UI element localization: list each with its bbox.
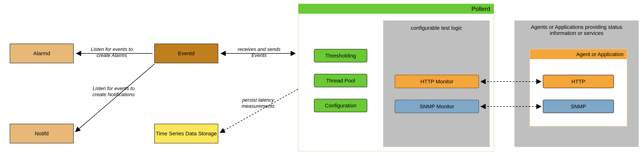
- snmp-monitor-box: SNMP Monitor: [395, 100, 479, 113]
- persist-edge-label: persist latency measurements: [232, 97, 284, 109]
- alarmd-box: Alarmd: [10, 44, 74, 63]
- snmp-label: SNMP: [571, 103, 586, 110]
- configuration-label: Configuration: [325, 102, 356, 109]
- http-box: HTTP: [543, 75, 614, 88]
- pollerd-title: Pollerd: [472, 5, 490, 12]
- alarmd-label: Alarmd: [33, 50, 50, 57]
- edge-pollerd-tsds: [220, 89, 298, 133]
- http-label: HTTP: [572, 78, 585, 85]
- threadpool-label: Thread Pool: [326, 77, 355, 84]
- notifd-box: Notifd: [10, 124, 74, 143]
- agents-title: Agents or Applications providing status …: [520, 24, 633, 36]
- agent-app-title: Agent or Application: [576, 51, 624, 57]
- configurable-title: configurable test logic: [383, 25, 490, 31]
- notifications-edge-label: Listen for events to create Notification…: [85, 86, 142, 97]
- http-monitor-box: HTTP Monitor: [395, 75, 479, 88]
- agent-app-title-bar: Agent or Application: [530, 49, 627, 59]
- alarms-edge-label: Listen for events to create Alarms: [85, 46, 138, 58]
- tsds-box: Time Series Data Storage: [154, 124, 218, 143]
- snmp-box: SNMP: [543, 100, 614, 113]
- http-monitor-label: HTTP Monitor: [420, 78, 453, 85]
- eventd-label: Eventd: [178, 50, 194, 57]
- configuration-box: Configuration: [314, 99, 367, 112]
- thresholding-box: Thresholding: [314, 49, 367, 62]
- tsds-label: Time Series Data Storage: [156, 130, 217, 137]
- pollerd-title-bar: Pollerd: [298, 4, 494, 14]
- eventd-box: Eventd: [154, 44, 218, 63]
- snmp-monitor-label: SNMP Monitor: [420, 103, 454, 110]
- thresholding-label: Thresholding: [325, 52, 356, 59]
- receives-edge-label: receives and sends Events: [231, 46, 288, 58]
- notifd-label: Notifd: [35, 130, 48, 137]
- edge-eventd-notifd: [76, 64, 154, 132]
- threadpool-box: Thread Pool: [314, 74, 367, 87]
